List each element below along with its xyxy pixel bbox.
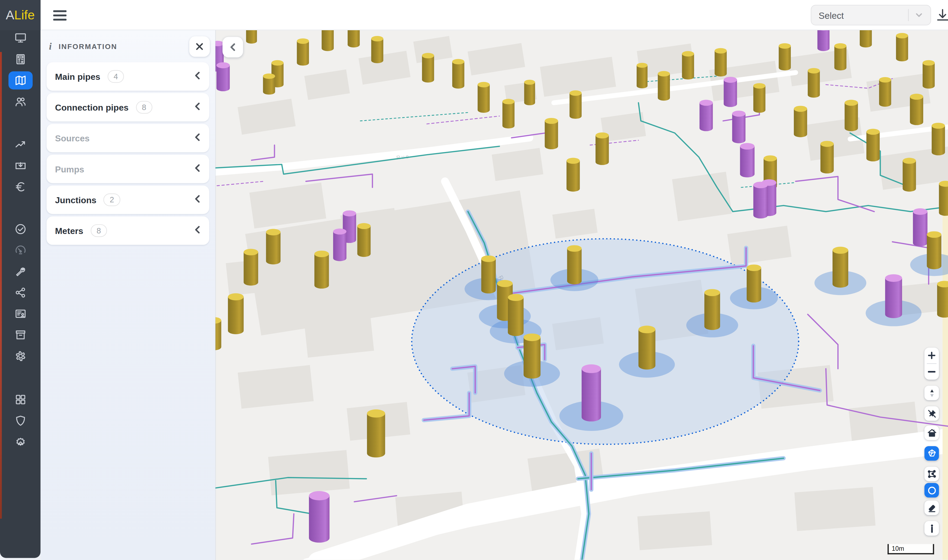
gold-cylinder-marker[interactable] bbox=[937, 281, 948, 318]
gold-cylinder-marker[interactable] bbox=[502, 99, 514, 129]
gold-cylinder-marker[interactable] bbox=[939, 181, 948, 216]
map-canvas[interactable]: Rue deRuer 10m bbox=[215, 30, 948, 560]
gold-cylinder-marker[interactable] bbox=[896, 33, 908, 61]
zoom-control[interactable] bbox=[924, 348, 939, 380]
gold-cylinder-marker[interactable] bbox=[452, 59, 464, 89]
gold-cylinder-marker[interactable] bbox=[808, 68, 820, 98]
sidebar-item-grid-icon[interactable] bbox=[8, 391, 32, 409]
gold-cylinder-marker[interactable] bbox=[779, 43, 791, 71]
gold-cylinder-marker[interactable] bbox=[932, 123, 945, 155]
gold-cylinder-marker[interactable] bbox=[297, 38, 309, 66]
sidebar-item-monitor-icon[interactable] bbox=[8, 29, 32, 48]
close-panel-button[interactable] bbox=[189, 36, 210, 57]
purple-cylinder-marker[interactable] bbox=[740, 143, 754, 177]
gold-cylinder-marker[interactable] bbox=[753, 83, 765, 113]
gold-cylinder-marker[interactable] bbox=[637, 63, 648, 88]
sidebar-item-wrench-icon[interactable] bbox=[8, 262, 32, 280]
sidebar-item-trend-up-icon[interactable] bbox=[8, 135, 32, 154]
gold-cylinder-marker[interactable] bbox=[860, 30, 872, 48]
gold-cylinder-marker[interactable] bbox=[569, 91, 582, 119]
sidebar-item-import-box-icon[interactable] bbox=[8, 157, 32, 175]
gold-cylinder-marker[interactable] bbox=[228, 293, 244, 334]
hamburger-menu-icon[interactable] bbox=[53, 8, 66, 22]
download-icon[interactable] bbox=[936, 8, 948, 24]
gold-cylinder-marker[interactable] bbox=[523, 333, 540, 378]
purple-cylinder-marker[interactable] bbox=[885, 274, 902, 318]
map-tool-polygon-select-icon[interactable] bbox=[924, 466, 939, 481]
gold-cylinder-marker[interactable] bbox=[820, 141, 834, 174]
chevron-left-icon[interactable] bbox=[194, 225, 200, 236]
sidebar-item-euro-icon[interactable] bbox=[8, 178, 32, 196]
select-dropdown[interactable]: Select bbox=[811, 5, 931, 25]
collapse-panel-button[interactable] bbox=[223, 37, 243, 57]
gold-cylinder-marker[interactable] bbox=[567, 245, 582, 285]
layer-card-pumps[interactable]: Pumps bbox=[46, 155, 209, 183]
sidebar-item-archive-icon[interactable] bbox=[8, 326, 32, 344]
gold-cylinder-marker[interactable] bbox=[639, 326, 656, 369]
gold-cylinder-marker[interactable] bbox=[834, 43, 846, 71]
layer-card-meters[interactable]: Meters8 bbox=[46, 217, 209, 245]
purple-cylinder-marker[interactable] bbox=[817, 30, 830, 51]
sidebar-item-calculator-icon[interactable] bbox=[8, 50, 32, 68]
gold-cylinder-marker[interactable] bbox=[266, 229, 280, 265]
purple-cylinder-marker[interactable] bbox=[753, 182, 768, 218]
purple-cylinder-marker[interactable] bbox=[913, 208, 927, 246]
sidebar-item-gear-mountain-icon[interactable] bbox=[8, 433, 32, 451]
gold-cylinder-marker[interactable] bbox=[367, 409, 385, 457]
purple-cylinder-marker[interactable] bbox=[333, 229, 346, 261]
map-tool-view-3d-icon[interactable] bbox=[924, 446, 939, 461]
sidebar-item-map-icon[interactable] bbox=[8, 71, 32, 89]
gold-cylinder-marker[interactable] bbox=[314, 251, 329, 288]
map-tool-pin-off-icon[interactable] bbox=[924, 406, 939, 420]
gold-cylinder-marker[interactable] bbox=[596, 132, 609, 165]
gold-cylinder-marker[interactable] bbox=[357, 223, 371, 257]
sidebar-item-users-icon[interactable] bbox=[8, 93, 32, 111]
gold-cylinder-marker[interactable] bbox=[747, 265, 761, 302]
map-tool-eraser-icon[interactable] bbox=[924, 501, 939, 515]
gold-cylinder-marker[interactable] bbox=[566, 158, 580, 191]
layer-card-junctions[interactable]: Junctions2 bbox=[46, 186, 209, 214]
map-tool-circle-select-icon[interactable] bbox=[924, 483, 939, 497]
gold-cylinder-marker[interactable] bbox=[833, 247, 848, 288]
gold-cylinder-marker[interactable] bbox=[322, 30, 334, 51]
sidebar-item-id-card-icon[interactable] bbox=[8, 305, 32, 323]
chevron-left-icon[interactable] bbox=[194, 133, 200, 143]
gold-cylinder-marker[interactable] bbox=[845, 100, 858, 131]
layer-card-sources[interactable]: Sources bbox=[46, 124, 209, 152]
purple-cylinder-marker[interactable] bbox=[732, 111, 746, 143]
map-tool-compass-tilt-icon[interactable] bbox=[924, 386, 939, 400]
gold-cylinder-marker[interactable] bbox=[243, 249, 258, 286]
gold-cylinder-marker[interactable] bbox=[481, 255, 496, 293]
gold-cylinder-marker[interactable] bbox=[477, 82, 489, 113]
gold-cylinder-marker[interactable] bbox=[927, 231, 941, 269]
sidebar-item-shield-icon[interactable] bbox=[8, 412, 32, 430]
gold-cylinder-marker[interactable] bbox=[246, 30, 257, 43]
layer-card-connection-pipes[interactable]: Connection pipes8 bbox=[46, 93, 209, 122]
zoom-in-button[interactable] bbox=[924, 348, 939, 363]
gold-cylinder-marker[interactable] bbox=[524, 80, 535, 105]
gold-cylinder-marker[interactable] bbox=[658, 71, 670, 101]
map-tool-map-info-icon[interactable] bbox=[924, 521, 939, 535]
gold-cylinder-marker[interactable] bbox=[714, 48, 726, 76]
chevron-left-icon[interactable] bbox=[194, 102, 200, 113]
purple-cylinder-marker[interactable] bbox=[217, 62, 230, 91]
chevron-left-icon[interactable] bbox=[194, 163, 200, 174]
gold-cylinder-marker[interactable] bbox=[879, 77, 891, 107]
gold-cylinder-marker[interactable] bbox=[263, 74, 275, 95]
gold-cylinder-marker[interactable] bbox=[910, 94, 923, 125]
purple-cylinder-marker[interactable] bbox=[582, 365, 601, 422]
layer-card-main-pipes[interactable]: Main pipes4 bbox=[46, 62, 209, 91]
gold-cylinder-marker[interactable] bbox=[705, 289, 720, 330]
gold-cylinder-marker[interactable] bbox=[508, 294, 523, 336]
gold-cylinder-marker[interactable] bbox=[903, 158, 916, 191]
sidebar-item-check-circle-icon[interactable] bbox=[8, 220, 32, 238]
gold-cylinder-marker[interactable] bbox=[682, 51, 694, 80]
gold-cylinder-marker[interactable] bbox=[923, 60, 935, 89]
gold-cylinder-marker[interactable] bbox=[371, 36, 383, 63]
zoom-out-button[interactable] bbox=[924, 364, 939, 380]
chevron-left-icon[interactable] bbox=[194, 194, 200, 205]
purple-cylinder-marker[interactable] bbox=[700, 100, 713, 131]
app-logo[interactable]: ALife bbox=[0, 0, 41, 30]
map-tool-home-icon[interactable] bbox=[924, 425, 939, 440]
sidebar-item-share-icon[interactable] bbox=[8, 283, 32, 302]
